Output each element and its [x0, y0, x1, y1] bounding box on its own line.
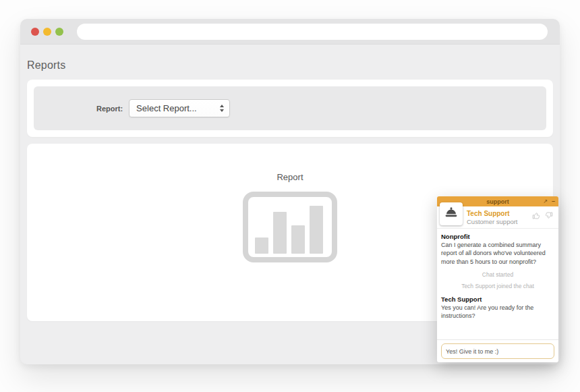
- address-bar[interactable]: [77, 24, 548, 40]
- chat-message: Nonprofit Can I generate a combined summ…: [441, 233, 554, 266]
- message-text: Can I generate a combined summary report…: [441, 241, 554, 265]
- chat-input-area: [437, 339, 558, 362]
- message-text: Yes you can! Are you ready for the instr…: [441, 304, 554, 320]
- message-author: Tech Support: [441, 296, 554, 304]
- report-form: Report: Select Report...: [34, 86, 546, 130]
- chat-window-title: support: [486, 198, 509, 205]
- chat-widget: support ↗ – Tech Support Customer suppor…: [437, 196, 558, 362]
- chat-header-icons: ↗ –: [543, 196, 555, 206]
- bar-chart-icon: [243, 192, 337, 262]
- minimize-window-button[interactable]: [43, 28, 51, 36]
- report-select[interactable]: Select Report...: [129, 99, 230, 117]
- select-arrows-icon: [220, 105, 224, 112]
- bell-icon: [443, 206, 459, 222]
- report-panel-title: Report: [27, 172, 553, 182]
- popout-icon[interactable]: ↗: [543, 199, 548, 204]
- minimize-icon[interactable]: –: [552, 198, 555, 204]
- system-message: Chat started: [441, 271, 554, 279]
- report-label: Report:: [96, 105, 123, 113]
- page-title: Reports: [27, 59, 553, 72]
- placeholder-bar: [310, 206, 323, 254]
- chat-message-list: Nonprofit Can I generate a combined summ…: [437, 229, 558, 339]
- browser-titlebar: [20, 19, 560, 45]
- placeholder-bar: [255, 237, 268, 254]
- report-filter-panel: Report: Select Report...: [27, 80, 553, 137]
- chat-feedback: [532, 211, 553, 220]
- system-message: Tech Support joined the chat: [441, 283, 554, 290]
- close-window-button[interactable]: [31, 28, 39, 36]
- thumbs-down-icon[interactable]: [544, 211, 553, 220]
- thumbs-up-icon[interactable]: [532, 211, 541, 220]
- chat-agent-profile: Tech Support Customer support: [437, 206, 558, 229]
- avatar: [440, 202, 463, 225]
- chat-input[interactable]: [441, 343, 554, 359]
- chat-message: Tech Support Yes you can! Are you ready …: [441, 296, 554, 320]
- placeholder-bar: [273, 212, 287, 254]
- message-author: Nonprofit: [441, 233, 554, 241]
- maximize-window-button[interactable]: [55, 28, 63, 36]
- placeholder-bar: [291, 225, 305, 254]
- report-select-value: Select Report...: [136, 103, 220, 113]
